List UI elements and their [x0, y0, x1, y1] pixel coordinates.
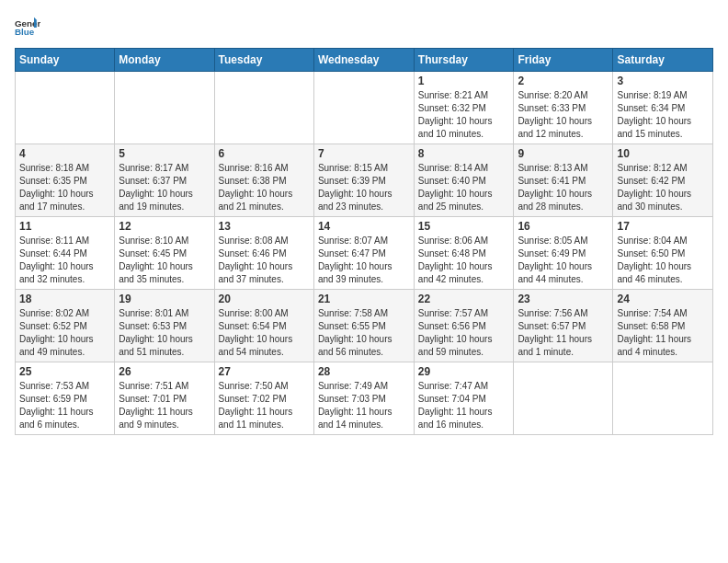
day-number: 12 [119, 220, 210, 233]
day-info: Sunrise: 8:17 AM Sunset: 6:37 PM Dayligh… [119, 162, 210, 213]
calendar-cell: 4Sunrise: 8:18 AM Sunset: 6:35 PM Daylig… [16, 144, 115, 217]
weekday-header-friday: Friday [514, 49, 613, 72]
day-info: Sunrise: 7:56 AM Sunset: 6:57 PM Dayligh… [518, 307, 609, 359]
calendar-cell: 8Sunrise: 8:14 AM Sunset: 6:40 PM Daylig… [414, 144, 514, 217]
day-info: Sunrise: 8:14 AM Sunset: 6:40 PM Dayligh… [418, 162, 510, 213]
day-number: 7 [318, 147, 410, 160]
day-info: Sunrise: 8:06 AM Sunset: 6:48 PM Dayligh… [418, 235, 510, 286]
calendar-cell: 9Sunrise: 8:13 AM Sunset: 6:41 PM Daylig… [514, 144, 613, 217]
day-number: 15 [418, 220, 510, 233]
weekday-header-wednesday: Wednesday [313, 49, 414, 72]
day-info: Sunrise: 7:54 AM Sunset: 6:58 PM Dayligh… [617, 307, 709, 359]
day-info: Sunrise: 8:02 AM Sunset: 6:52 PM Dayligh… [19, 307, 110, 359]
calendar-cell: 26Sunrise: 7:51 AM Sunset: 7:01 PM Dayli… [115, 362, 214, 435]
day-number: 13 [219, 220, 310, 233]
day-info: Sunrise: 8:19 AM Sunset: 6:34 PM Dayligh… [617, 89, 709, 141]
weekday-header-thursday: Thursday [414, 49, 514, 72]
svg-text:Blue: Blue [15, 27, 35, 37]
header: General Blue [15, 15, 713, 40]
day-info: Sunrise: 8:07 AM Sunset: 6:47 PM Dayligh… [318, 235, 410, 286]
day-info: Sunrise: 8:15 AM Sunset: 6:39 PM Dayligh… [318, 162, 410, 213]
calendar-week-row: 1Sunrise: 8:21 AM Sunset: 6:32 PM Daylig… [16, 72, 713, 144]
day-info: Sunrise: 8:10 AM Sunset: 6:45 PM Dayligh… [119, 235, 210, 286]
day-info: Sunrise: 8:13 AM Sunset: 6:41 PM Dayligh… [518, 162, 609, 213]
calendar-cell: 11Sunrise: 8:11 AM Sunset: 6:44 PM Dayli… [16, 217, 115, 290]
day-number: 22 [418, 293, 510, 305]
calendar-cell: 23Sunrise: 7:56 AM Sunset: 6:57 PM Dayli… [514, 290, 613, 362]
day-number: 19 [119, 293, 210, 305]
day-number: 11 [19, 220, 110, 233]
weekday-header-tuesday: Tuesday [214, 49, 313, 72]
day-number: 2 [518, 75, 609, 87]
day-info: Sunrise: 8:04 AM Sunset: 6:50 PM Dayligh… [617, 235, 709, 286]
day-info: Sunrise: 8:08 AM Sunset: 6:46 PM Dayligh… [219, 235, 310, 286]
calendar-cell [514, 362, 613, 435]
calendar-cell: 2Sunrise: 8:20 AM Sunset: 6:33 PM Daylig… [514, 72, 613, 144]
logo-icon: General Blue [15, 15, 40, 40]
day-number: 24 [617, 293, 709, 305]
weekday-header-saturday: Saturday [613, 49, 713, 72]
calendar-cell: 22Sunrise: 7:57 AM Sunset: 6:56 PM Dayli… [414, 290, 514, 362]
day-info: Sunrise: 8:12 AM Sunset: 6:42 PM Dayligh… [617, 162, 709, 213]
day-number: 23 [518, 293, 609, 305]
calendar-cell: 5Sunrise: 8:17 AM Sunset: 6:37 PM Daylig… [115, 144, 214, 217]
day-info: Sunrise: 8:20 AM Sunset: 6:33 PM Dayligh… [518, 89, 609, 141]
calendar-cell [16, 72, 115, 144]
day-number: 9 [518, 147, 609, 160]
day-number: 17 [617, 220, 709, 233]
calendar-cell: 28Sunrise: 7:49 AM Sunset: 7:03 PM Dayli… [313, 362, 414, 435]
calendar-cell: 19Sunrise: 8:01 AM Sunset: 6:53 PM Dayli… [115, 290, 214, 362]
day-info: Sunrise: 7:49 AM Sunset: 7:03 PM Dayligh… [318, 380, 410, 431]
calendar-cell: 17Sunrise: 8:04 AM Sunset: 6:50 PM Dayli… [613, 217, 713, 290]
day-number: 8 [418, 147, 510, 160]
calendar-cell [214, 72, 313, 144]
day-info: Sunrise: 8:21 AM Sunset: 6:32 PM Dayligh… [418, 89, 510, 141]
day-number: 26 [119, 365, 210, 378]
day-info: Sunrise: 8:01 AM Sunset: 6:53 PM Dayligh… [119, 307, 210, 359]
day-info: Sunrise: 8:05 AM Sunset: 6:49 PM Dayligh… [518, 235, 609, 286]
calendar-cell: 7Sunrise: 8:15 AM Sunset: 6:39 PM Daylig… [313, 144, 414, 217]
day-number: 20 [219, 293, 310, 305]
weekday-header-monday: Monday [115, 49, 214, 72]
calendar-cell: 27Sunrise: 7:50 AM Sunset: 7:02 PM Dayli… [214, 362, 313, 435]
weekday-header-sunday: Sunday [16, 49, 115, 72]
day-info: Sunrise: 7:57 AM Sunset: 6:56 PM Dayligh… [418, 307, 510, 359]
day-info: Sunrise: 8:11 AM Sunset: 6:44 PM Dayligh… [19, 235, 110, 286]
calendar-cell: 20Sunrise: 8:00 AM Sunset: 6:54 PM Dayli… [214, 290, 313, 362]
calendar-cell: 13Sunrise: 8:08 AM Sunset: 6:46 PM Dayli… [214, 217, 313, 290]
logo: General Blue [15, 15, 42, 40]
day-number: 3 [617, 75, 709, 87]
calendar-week-row: 11Sunrise: 8:11 AM Sunset: 6:44 PM Dayli… [16, 217, 713, 290]
calendar-cell: 14Sunrise: 8:07 AM Sunset: 6:47 PM Dayli… [313, 217, 414, 290]
calendar-week-row: 18Sunrise: 8:02 AM Sunset: 6:52 PM Dayli… [16, 290, 713, 362]
weekday-header-row: SundayMondayTuesdayWednesdayThursdayFrid… [16, 49, 713, 72]
day-number: 1 [418, 75, 510, 87]
day-number: 16 [518, 220, 609, 233]
day-info: Sunrise: 7:58 AM Sunset: 6:55 PM Dayligh… [318, 307, 410, 359]
calendar-cell: 18Sunrise: 8:02 AM Sunset: 6:52 PM Dayli… [16, 290, 115, 362]
day-info: Sunrise: 8:18 AM Sunset: 6:35 PM Dayligh… [19, 162, 110, 213]
calendar-cell [313, 72, 414, 144]
day-info: Sunrise: 8:00 AM Sunset: 6:54 PM Dayligh… [219, 307, 310, 359]
calendar-cell: 29Sunrise: 7:47 AM Sunset: 7:04 PM Dayli… [414, 362, 514, 435]
calendar-cell: 12Sunrise: 8:10 AM Sunset: 6:45 PM Dayli… [115, 217, 214, 290]
calendar-cell: 24Sunrise: 7:54 AM Sunset: 6:58 PM Dayli… [613, 290, 713, 362]
calendar-week-row: 25Sunrise: 7:53 AM Sunset: 6:59 PM Dayli… [16, 362, 713, 435]
day-number: 14 [318, 220, 410, 233]
day-number: 4 [19, 147, 110, 160]
calendar-cell: 6Sunrise: 8:16 AM Sunset: 6:38 PM Daylig… [214, 144, 313, 217]
calendar-cell: 15Sunrise: 8:06 AM Sunset: 6:48 PM Dayli… [414, 217, 514, 290]
day-number: 18 [19, 293, 110, 305]
day-number: 6 [219, 147, 310, 160]
calendar-cell: 21Sunrise: 7:58 AM Sunset: 6:55 PM Dayli… [313, 290, 414, 362]
calendar-week-row: 4Sunrise: 8:18 AM Sunset: 6:35 PM Daylig… [16, 144, 713, 217]
calendar-cell: 16Sunrise: 8:05 AM Sunset: 6:49 PM Dayli… [514, 217, 613, 290]
day-number: 29 [418, 365, 510, 378]
calendar-cell [613, 362, 713, 435]
calendar-cell: 3Sunrise: 8:19 AM Sunset: 6:34 PM Daylig… [613, 72, 713, 144]
calendar-cell: 10Sunrise: 8:12 AM Sunset: 6:42 PM Dayli… [613, 144, 713, 217]
calendar-cell: 1Sunrise: 8:21 AM Sunset: 6:32 PM Daylig… [414, 72, 514, 144]
day-info: Sunrise: 7:51 AM Sunset: 7:01 PM Dayligh… [119, 380, 210, 431]
day-number: 10 [617, 147, 709, 160]
calendar-cell: 25Sunrise: 7:53 AM Sunset: 6:59 PM Dayli… [16, 362, 115, 435]
